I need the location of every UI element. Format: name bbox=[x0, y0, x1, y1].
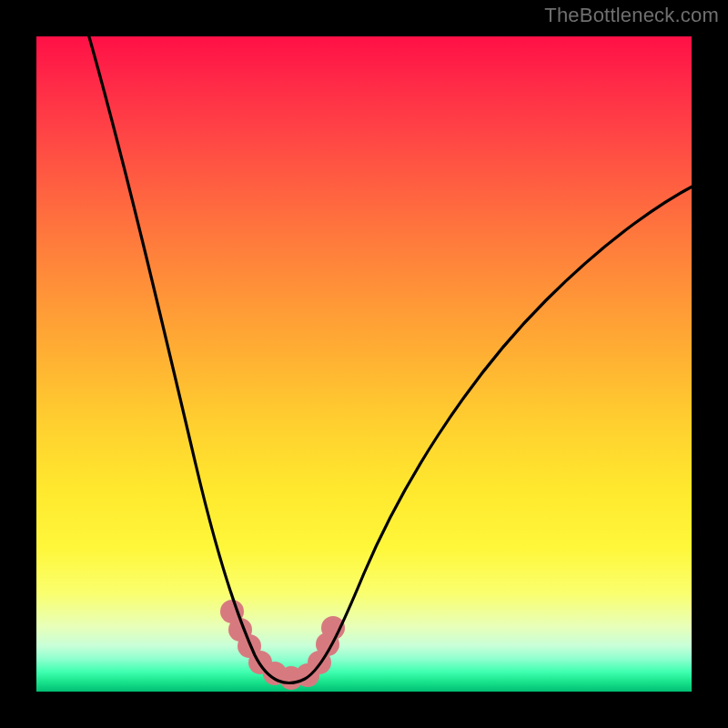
chart-frame: TheBottleneck.com bbox=[0, 0, 728, 728]
plot-area bbox=[36, 36, 692, 692]
chart-svg bbox=[36, 36, 692, 692]
watermark-label: TheBottleneck.com bbox=[544, 4, 719, 27]
bottleneck-curve bbox=[86, 27, 701, 682]
